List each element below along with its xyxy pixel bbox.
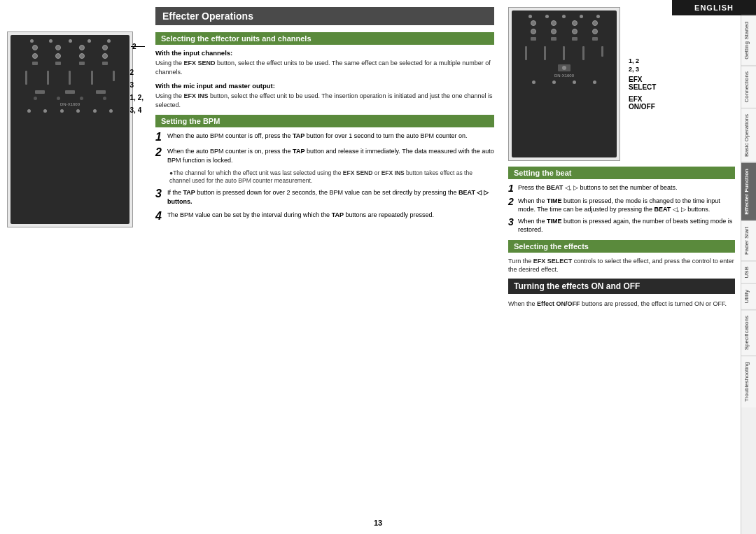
left-device-panel: DN-X1600 2 — [0, 0, 147, 534]
beat-step-1: 1 Press the BEAT ◁, ▷ buttons to set the… — [508, 183, 735, 193]
efx-label-23: 2, 3 — [629, 66, 639, 73]
input-channels-subheader: With the input channels: — [155, 49, 494, 57]
efx-label-select: SELECT — [629, 83, 656, 91]
selecting-effector-header: Selecting the effector units and channel… — [155, 32, 494, 45]
step-number-2: 2 — [155, 147, 164, 158]
sidebar-tab-effecter-function[interactable]: Effecter Function — [741, 162, 756, 220]
beat-step-num-1: 1 — [508, 183, 515, 193]
sidebar-tab-fader-start[interactable]: Fader Start — [741, 220, 756, 260]
input-channels-text: Using the EFX SEND button, select the ef… — [155, 59, 494, 76]
beat-step-txt-1: Press the BEAT ◁, ▷ buttons to set the n… — [518, 183, 677, 192]
input-channels-block: With the input channels: Using the EFX S… — [155, 49, 494, 76]
sidebar-tab-troubleshooting[interactable]: Troubleshooting — [741, 356, 756, 407]
sidebar-tab-usb[interactable]: USB — [741, 260, 756, 283]
arrow-label-2: 2 — [130, 66, 144, 79]
sidebar-tab-specifications[interactable]: Specifications — [741, 309, 756, 356]
bpm-header: Setting the BPM — [155, 115, 494, 127]
beat-step-num-3: 3 — [508, 217, 515, 227]
arrow-label-2-top: 2 — [132, 43, 136, 50]
bpm-step-4: 4 The BPM value can be set by the interv… — [155, 211, 494, 222]
beat-step-2: 2 When the TIME button is pressed, the m… — [508, 197, 735, 213]
efx-label-onoff: ON/OFF — [629, 103, 655, 111]
bpm-step-2: 2 When the auto BPM counter is on, press… — [155, 147, 494, 164]
mic-input-block: With the mic input and master output: Us… — [155, 82, 494, 109]
sidebar-tab-getting-started[interactable]: Getting Started — [741, 15, 756, 65]
step-number-1: 1 — [155, 132, 164, 143]
arrow-label-34: 3, 4 — [130, 104, 144, 117]
sidebar: Getting Started Connections Basic Operat… — [741, 15, 756, 534]
mic-input-text: Using the EFX INS button, select the eff… — [155, 92, 494, 109]
setting-beat-header: Setting the beat — [508, 167, 735, 179]
step-number-3: 3 — [155, 188, 164, 199]
main-content: DN-X1600 2 — [0, 0, 741, 534]
step-number-4: 4 — [155, 211, 164, 222]
efx-label-efx: EFX — [629, 76, 642, 83]
right-panel: DN-X1600 1, 2 2, 3 — [503, 0, 741, 534]
arrow-label-3: 3 — [130, 79, 144, 92]
selecting-effects-header: Selecting the effects — [508, 240, 735, 253]
mic-input-subheader: With the mic input and master output: — [155, 82, 494, 90]
right-device-row: DN-X1600 1, 2 2, 3 — [508, 7, 735, 161]
step-text-3: If the TAP button is pressed down for ov… — [167, 188, 494, 206]
efx-label-12: 1, 2 — [629, 57, 639, 64]
beat-step-num-2: 2 — [508, 197, 515, 206]
turning-effects-text: When the Effect ON/OFF buttons are press… — [508, 300, 735, 309]
page-title: Effecter Operations — [155, 7, 494, 25]
device-illustration-right: DN-X1600 — [508, 7, 620, 161]
arrow-label-12: 1, 2, — [130, 92, 144, 104]
bpm-step-3: 3 If the TAP button is pressed down for … — [155, 188, 494, 206]
beat-step-3: 3 When the TIME button is pressed again,… — [508, 217, 735, 234]
bpm-step-1: 1 When the auto BPM counter is off, pres… — [155, 132, 494, 143]
sidebar-tab-utility[interactable]: Utility — [741, 283, 756, 309]
step-text-2: When the auto BPM counter is on, press t… — [167, 147, 494, 164]
sidebar-tab-basic-operations[interactable]: Basic Operations — [741, 108, 756, 162]
step-text-1: When the auto BPM counter is off, press … — [167, 132, 467, 141]
beat-step-txt-3: When the TIME button is pressed again, t… — [518, 217, 735, 234]
turning-effects-header: Turning the effects ON and OFF — [508, 279, 735, 294]
page-number: 13 — [374, 519, 382, 527]
step-text-4: The BPM value can be set by the interval… — [167, 211, 434, 220]
bpm-bullet-note: ●The channel for which the effect unit w… — [169, 169, 494, 186]
middle-panel: Effecter Operations Selecting the effect… — [147, 0, 503, 534]
sidebar-tab-connections[interactable]: Connections — [741, 65, 756, 108]
efx-label-efx2: EFX — [629, 95, 642, 103]
selecting-effects-text: Turn the EFX SELECT controls to select t… — [508, 257, 735, 274]
device-illustration-left: DN-X1600 2 — [7, 31, 133, 227]
beat-step-txt-2: When the TIME button is pressed, the mod… — [518, 197, 735, 213]
